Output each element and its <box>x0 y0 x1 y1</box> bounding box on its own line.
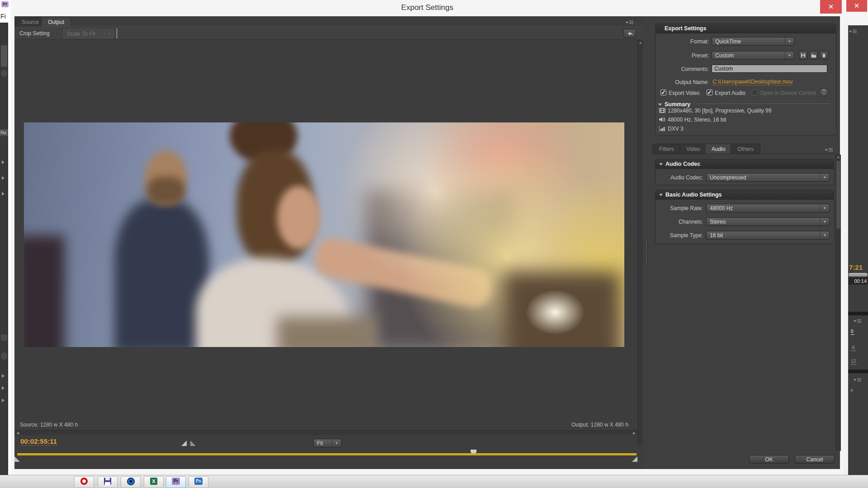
summary-label: Summary <box>665 101 690 108</box>
summary-video-text: 1280x480, 30 [fps], Progressive, Quality… <box>668 108 771 114</box>
taskbar-player-button[interactable] <box>121 476 141 488</box>
preset-label: Preset: <box>656 52 709 59</box>
panel-fragment <box>1 45 7 67</box>
background-zoombar[interactable] <box>849 273 868 277</box>
panel-divider <box>848 312 868 315</box>
scroll-up-icon[interactable]: ▲ <box>638 40 643 45</box>
scene-silhouette-left <box>24 235 65 347</box>
audio-codec-dropdown[interactable]: Uncompressed▼ <box>706 173 830 182</box>
scrollbar-thumb[interactable] <box>836 161 840 229</box>
cancel-button[interactable]: Cancel <box>795 455 835 464</box>
set-out-point-icon[interactable] <box>190 441 196 446</box>
background-duration: 00:14 <box>849 277 868 285</box>
panel-divider-grip[interactable] <box>645 240 647 251</box>
panel-menu-icon[interactable] <box>854 375 862 384</box>
audio-codec-header[interactable]: Audio Codec <box>656 160 834 169</box>
export-audio-checkbox[interactable]: ✓ <box>707 89 712 95</box>
basic-audio-header[interactable]: Basic Audio Settings <box>656 190 834 200</box>
expand-arrow-icon <box>2 399 5 402</box>
taskbar-excel-button[interactable]: X <box>144 476 164 488</box>
dialog-close-button[interactable]: ✕ <box>820 0 842 14</box>
export-settings-group: Export Settings Format: QuickTime▼ Prese… <box>655 23 836 136</box>
set-in-point-icon[interactable] <box>181 441 187 446</box>
sample-type-dropdown[interactable]: 16 bit▼ <box>706 231 830 239</box>
comments-label: Comments: <box>656 66 709 72</box>
tab-output[interactable]: Output <box>41 17 71 27</box>
summary-video-row: 1280x480, 30 [fps], Progressive, Quality… <box>659 108 771 114</box>
panel-menu-icon[interactable] <box>825 145 833 154</box>
desktop: Pr Fi Na 7:21 00:14 0 -6 12 <box>0 0 868 488</box>
tab-others[interactable]: Others <box>731 144 760 154</box>
source-info: Source: 1280 w X 480 h <box>20 422 78 428</box>
taskbar-opera-button[interactable] <box>74 476 94 488</box>
scroll-right-icon[interactable]: ▶ <box>632 431 637 436</box>
basic-audio-section-label: Basic Audio Settings <box>665 192 722 198</box>
sample-rate-dropdown[interactable]: 48000 Hz▼ <box>706 204 830 212</box>
tab-filters[interactable]: Filters <box>652 144 681 154</box>
save-preset-button[interactable] <box>799 51 807 60</box>
panel-menu-icon[interactable] <box>626 18 634 26</box>
comments-input[interactable]: Custom <box>712 65 827 73</box>
chevron-down-icon: ▼ <box>820 174 829 181</box>
basic-audio-settings-group: Basic Audio Settings Sample Rate: 48000 … <box>655 190 834 244</box>
scale-dropdown[interactable]: Scale To Fit▼ <box>63 29 114 38</box>
opera-icon <box>80 478 88 485</box>
reset-crop-button[interactable] <box>623 29 636 38</box>
timecode-display[interactable]: 00:02:55:11 <box>20 437 57 446</box>
summary-bitrate-row: DXV 3 <box>659 126 684 132</box>
background-window-right: 7:21 00:14 0 -6 12 <box>844 0 868 475</box>
timeline-left-marker[interactable] <box>14 456 20 462</box>
import-preset-button[interactable] <box>809 51 818 60</box>
preview-vertical-scrollbar[interactable]: ▲ <box>637 40 643 445</box>
panel-menu-icon[interactable] <box>849 27 857 35</box>
collapse-panel-button[interactable]: ⌃⌃ <box>820 88 828 97</box>
scroll-up-icon[interactable]: ▲ <box>836 155 841 160</box>
panel-divider-grip[interactable] <box>645 254 647 265</box>
excel-icon: X <box>150 478 157 485</box>
delete-preset-button[interactable] <box>820 51 828 60</box>
scroll-left-icon[interactable]: ◀ <box>15 431 20 436</box>
expand-arrow-icon <box>2 374 5 378</box>
tabs-divider <box>652 154 840 154</box>
summary-section-header[interactable]: Summary <box>658 100 690 108</box>
settings-scrollbar[interactable]: ▲ <box>835 155 841 451</box>
zoom-level-dropdown[interactable]: Fit▼ <box>313 439 341 447</box>
menu-fragment: Fi <box>0 13 6 20</box>
output-info: Output: 1280 w X 480 h <box>512 422 628 428</box>
video-preview-frame[interactable] <box>24 122 624 347</box>
taskbar-commander-button[interactable] <box>98 476 118 488</box>
summary-bitrate-text: DXV 3 <box>668 126 684 132</box>
ok-button[interactable]: OK <box>749 455 789 464</box>
preset-dropdown[interactable]: Custom▼ <box>712 51 794 60</box>
scene-light-spot <box>526 290 585 335</box>
tab-video[interactable]: Video <box>679 144 707 154</box>
chevron-down-icon: ▼ <box>332 439 341 447</box>
save-icon <box>801 53 806 58</box>
output-name-link[interactable]: C:\Users\pawel\Desktop\test.mov <box>712 79 793 85</box>
device-central-label: Open in Device Central <box>760 90 816 96</box>
film-icon <box>659 108 665 113</box>
panel-menu-icon[interactable] <box>854 317 862 325</box>
expand-arrow-icon <box>2 386 5 390</box>
format-dropdown[interactable]: QuickTime▼ <box>712 37 794 46</box>
summary-divider <box>697 103 831 104</box>
timeline-bar[interactable] <box>17 453 637 455</box>
window-frame <box>844 0 848 475</box>
taskbar-premiere-button[interactable]: Pr <box>166 476 186 488</box>
panel-divider <box>848 370 868 373</box>
device-central-checkbox[interactable]: ✓ <box>752 89 758 95</box>
export-settings-header: Export Settings <box>656 24 836 33</box>
channels-dropdown[interactable]: Stereo▼ <box>706 217 830 226</box>
scene-hands-bottom <box>277 317 377 347</box>
audio-codec-group: Audio Codec Audio Codec: Uncompressed▼ <box>655 159 834 185</box>
timeline-right-marker[interactable] <box>632 456 637 462</box>
name-column-fragment: Na <box>0 129 8 136</box>
export-video-checkbox[interactable]: ✓ <box>660 89 666 95</box>
taskbar-photoshop-button[interactable]: Ps <box>189 476 208 488</box>
preview-horizontal-scrollbar[interactable]: ◀ ▶ <box>14 430 637 435</box>
background-window-left: Pr Fi Na <box>0 0 11 475</box>
audio-codec-section-label: Audio Codec <box>665 161 700 167</box>
undo-arrow-icon <box>627 31 633 36</box>
tab-audio[interactable]: Audio <box>705 144 732 154</box>
background-window-close-button[interactable]: ✕ <box>846 0 867 12</box>
